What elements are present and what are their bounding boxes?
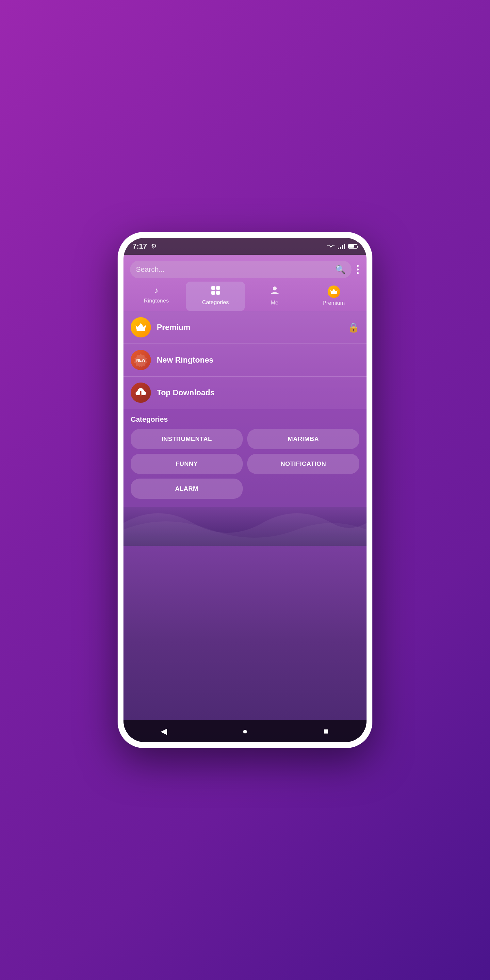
battery-icon (348, 244, 357, 248)
search-placeholder: Search... (136, 265, 331, 274)
gear-icon: ⚙ (151, 242, 157, 250)
category-grid: INSTRUMENTAL MARIMBA FUNNY NOTIFICATION … (130, 429, 360, 503)
tab-bar: ♪ Ringtones Categories (124, 282, 366, 311)
categories-title: Categories (130, 415, 360, 424)
back-icon: ◀ (161, 726, 167, 736)
download-icon-circle (130, 382, 151, 403)
status-right (327, 243, 357, 249)
new-badge-icon-circle: NEW (130, 350, 151, 370)
status-time: 7:17 (133, 242, 147, 251)
list-section: Premium 🔒 NEW New Ringtones (124, 311, 366, 720)
recents-icon: ■ (323, 726, 329, 736)
wifi-icon (327, 243, 334, 249)
status-bar: 7:17 ⚙ (124, 238, 366, 255)
search-area: Search... 🔍 (124, 255, 366, 282)
status-left: 7:17 ⚙ (133, 242, 157, 251)
search-bar[interactable]: Search... 🔍 (130, 261, 352, 278)
crown-badge-icon (328, 285, 340, 298)
new-ringtones-label: New Ringtones (157, 355, 213, 364)
tab-ringtones-label: Ringtones (144, 298, 169, 304)
phone-frame: 7:17 ⚙ (118, 232, 372, 748)
music-note-icon: ♪ (154, 285, 158, 296)
dot1 (357, 265, 359, 267)
nav-bar: ◀ ● ■ (124, 720, 366, 742)
svg-rect-6 (137, 329, 145, 331)
phone-screen: 7:17 ⚙ (124, 238, 366, 742)
category-btn-alarm[interactable]: ALARM (130, 479, 243, 499)
tab-me[interactable]: Me (245, 282, 304, 311)
nav-home-button[interactable]: ● (237, 723, 253, 739)
category-btn-instrumental[interactable]: INSTRUMENTAL (130, 429, 243, 449)
list-item-premium[interactable]: Premium 🔒 (124, 311, 366, 344)
svg-rect-2 (212, 291, 215, 295)
svg-rect-1 (216, 286, 220, 290)
premium-icon-circle (130, 317, 151, 337)
svg-rect-0 (212, 286, 215, 290)
tab-premium-label: Premium (323, 300, 345, 306)
categories-section: Categories INSTRUMENTAL MARIMBA FUNNY NO… (124, 409, 366, 507)
tab-ringtones[interactable]: ♪ Ringtones (127, 282, 186, 311)
search-icon[interactable]: 🔍 (335, 265, 345, 275)
signal-bars-icon (338, 243, 345, 249)
category-btn-funny[interactable]: FUNNY (130, 454, 243, 474)
svg-rect-3 (216, 291, 220, 295)
person-icon (270, 285, 280, 298)
svg-rect-5 (331, 293, 337, 294)
tab-me-label: Me (271, 299, 278, 306)
list-item-new-ringtones[interactable]: NEW New Ringtones (124, 344, 366, 376)
home-icon: ● (242, 726, 248, 736)
svg-rect-10 (140, 391, 142, 395)
nav-back-button[interactable]: ◀ (156, 723, 172, 739)
nav-recents-button[interactable]: ■ (318, 723, 334, 739)
more-menu-button[interactable] (355, 264, 360, 275)
svg-point-4 (273, 286, 277, 290)
category-btn-notification[interactable]: NOTIFICATION (247, 454, 360, 474)
wave-svg (124, 507, 366, 546)
top-downloads-label: Top Downloads (157, 388, 215, 397)
dot2 (357, 269, 359, 270)
list-item-top-downloads[interactable]: Top Downloads (124, 377, 366, 409)
premium-label: Premium (157, 323, 191, 332)
tab-categories[interactable]: Categories (186, 282, 245, 311)
category-btn-marimba[interactable]: MARIMBA (247, 429, 360, 449)
dot3 (357, 272, 359, 274)
lock-icon: 🔒 (348, 322, 360, 333)
grid-icon (211, 285, 221, 297)
app-content: Search... 🔍 ♪ Ringtones (124, 255, 366, 720)
wave-decoration (124, 507, 366, 546)
tab-categories-label: Categories (202, 299, 229, 306)
tab-premium[interactable]: Premium (304, 282, 363, 311)
svg-text:NEW: NEW (136, 358, 146, 363)
